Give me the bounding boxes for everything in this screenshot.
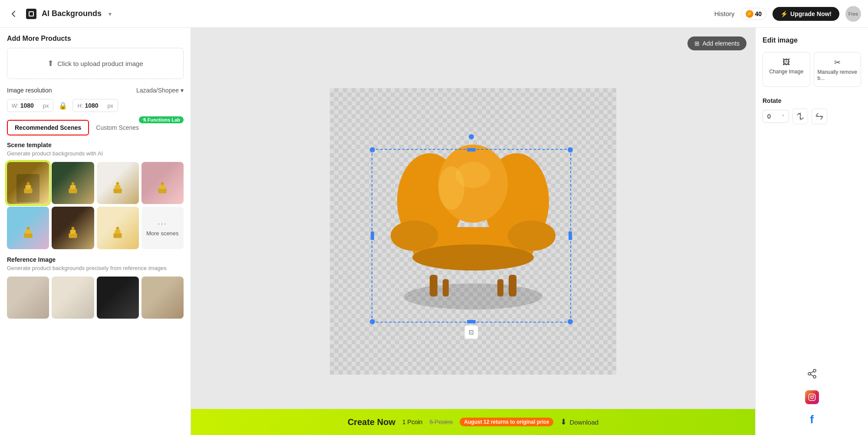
upgrade-button[interactable]: ⚡ Upgrade Now! bbox=[773, 7, 839, 21]
flip-vertical-button[interactable] bbox=[812, 109, 827, 124]
svg-point-41 bbox=[813, 395, 814, 396]
instagram-button[interactable] bbox=[805, 390, 819, 404]
canvas-area: ⊞ Add elements bbox=[191, 28, 755, 435]
svg-point-20 bbox=[116, 227, 119, 229]
ref-item-4[interactable] bbox=[141, 277, 184, 319]
download-text[interactable]: Download bbox=[569, 419, 598, 426]
scene-item-1[interactable] bbox=[7, 162, 49, 204]
svg-rect-10 bbox=[160, 185, 165, 189]
lock-icon: 🔒 bbox=[57, 102, 69, 110]
svg-point-14 bbox=[26, 227, 29, 229]
scene-item-5[interactable] bbox=[7, 207, 49, 249]
svg-point-8 bbox=[116, 182, 119, 185]
create-now-button[interactable]: Create Now bbox=[348, 417, 395, 427]
more-dots: ··· bbox=[158, 219, 167, 228]
edit-actions: 🖼 Change Image ✂ Manually remove b... bbox=[763, 52, 861, 87]
price-new: 1 Pcoin bbox=[402, 419, 423, 425]
share-button[interactable] bbox=[804, 366, 820, 382]
reference-image-desc: Generate product backgrounds precisely f… bbox=[7, 265, 184, 271]
rotate-row: ° bbox=[763, 109, 861, 124]
resize-icon-box[interactable]: ⊡ bbox=[464, 325, 478, 339]
scene-product-1 bbox=[7, 162, 49, 204]
svg-point-27 bbox=[391, 221, 438, 251]
avatar[interactable]: Free bbox=[845, 6, 861, 22]
flip-horizontal-button[interactable] bbox=[792, 109, 808, 124]
svg-rect-6 bbox=[114, 188, 122, 193]
more-scenes-label: More scenes bbox=[146, 230, 178, 237]
app-title-chevron[interactable]: ▾ bbox=[108, 10, 112, 17]
rotate-input[interactable] bbox=[767, 113, 780, 120]
remove-bg-button[interactable]: ✂ Manually remove b... bbox=[814, 52, 861, 87]
coins-count: 40 bbox=[755, 10, 762, 17]
svg-rect-39 bbox=[809, 394, 815, 401]
tab-custom-scenes[interactable]: Custom Scenes bbox=[89, 121, 146, 135]
scene-item-4[interactable] bbox=[141, 162, 184, 204]
svg-rect-0 bbox=[24, 188, 32, 193]
chair-image[interactable] bbox=[373, 114, 573, 323]
history-button[interactable]: History bbox=[714, 10, 735, 17]
svg-rect-3 bbox=[69, 188, 77, 193]
bottom-bar: Create Now 1 Pcoin 5 Pcoins August 12 re… bbox=[191, 409, 755, 435]
svg-rect-18 bbox=[114, 233, 122, 238]
svg-point-37 bbox=[808, 372, 811, 375]
ref-item-2[interactable] bbox=[52, 277, 94, 319]
change-image-button[interactable]: 🖼 Change Image bbox=[763, 52, 810, 87]
scene-product-6 bbox=[52, 207, 94, 249]
canvas-background[interactable]: ⊡ bbox=[330, 88, 616, 375]
scene-product-5 bbox=[7, 207, 49, 249]
app-logo bbox=[26, 9, 36, 19]
svg-rect-1 bbox=[25, 185, 31, 189]
scene-item-2[interactable] bbox=[52, 162, 94, 204]
scene-item-3[interactable] bbox=[97, 162, 139, 204]
ref-item-1[interactable] bbox=[7, 277, 49, 319]
svg-point-38 bbox=[813, 376, 816, 378]
edit-section: 🖼 Change Image ✂ Manually remove b... bbox=[763, 52, 861, 87]
coin-icon: ⚡ bbox=[746, 10, 753, 18]
svg-point-5 bbox=[72, 182, 74, 185]
svg-rect-15 bbox=[69, 233, 77, 238]
scene-product-7 bbox=[97, 207, 139, 249]
resolution-label: Image resolution bbox=[7, 87, 52, 94]
ref-item-3[interactable] bbox=[97, 277, 139, 319]
resolution-inputs: W: px 🔒 H: px bbox=[7, 99, 184, 112]
height-input[interactable] bbox=[85, 102, 105, 109]
tab-recommended-scenes[interactable]: Recommended Scenes bbox=[7, 120, 89, 135]
height-unit: px bbox=[107, 102, 113, 109]
platform-selector[interactable]: Lazada/Shopee ▾ bbox=[136, 87, 184, 94]
back-button[interactable] bbox=[7, 7, 21, 21]
svg-rect-13 bbox=[25, 230, 31, 234]
remove-bg-icon: ✂ bbox=[834, 58, 841, 67]
svg-rect-9 bbox=[158, 188, 167, 193]
ref-grid bbox=[7, 277, 184, 319]
upload-icon: ⬆ bbox=[47, 59, 54, 68]
header-left: AI Backgrounds ▾ bbox=[7, 7, 112, 21]
svg-rect-33 bbox=[497, 279, 503, 297]
rotate-title: Rotate bbox=[763, 97, 861, 104]
download-group: ⬇ Download bbox=[560, 417, 598, 427]
svg-point-28 bbox=[508, 221, 556, 251]
svg-point-40 bbox=[811, 396, 813, 399]
functions-icon: ⚗ bbox=[142, 118, 146, 122]
svg-point-2 bbox=[26, 182, 29, 185]
width-label: W: bbox=[12, 102, 19, 109]
returns-badge: August 12 returns to original price bbox=[460, 418, 553, 426]
add-elements-button[interactable]: ⊞ Add elements bbox=[687, 36, 746, 50]
more-scenes-button[interactable]: ··· More scenes bbox=[141, 207, 184, 249]
header: AI Backgrounds ▾ History ⚡ 40 ⚡ Upgrade … bbox=[0, 0, 868, 28]
header-right: History ⚡ 40 ⚡ Upgrade Now! Free bbox=[714, 6, 861, 22]
svg-point-11 bbox=[161, 182, 164, 185]
svg-point-29 bbox=[412, 244, 534, 270]
upload-area[interactable]: ⬆ Click to upload product image bbox=[7, 48, 184, 79]
scene-item-6[interactable] bbox=[52, 207, 94, 249]
svg-rect-30 bbox=[430, 275, 437, 297]
width-input[interactable] bbox=[20, 102, 41, 109]
svg-point-35 bbox=[456, 162, 490, 188]
facebook-button[interactable]: f bbox=[810, 413, 814, 426]
scene-item-7[interactable] bbox=[97, 207, 139, 249]
scene-template-desc: Generate product backgrounds with AI bbox=[7, 150, 184, 157]
app-title: AI Backgrounds bbox=[42, 9, 102, 18]
height-label: H: bbox=[77, 102, 83, 109]
upload-label: Click to upload product image bbox=[57, 60, 143, 67]
coins-badge[interactable]: ⚡ 40 bbox=[741, 8, 767, 20]
tabs-row: Recommended Scenes Custom Scenes ⚗ Funct… bbox=[7, 120, 184, 135]
